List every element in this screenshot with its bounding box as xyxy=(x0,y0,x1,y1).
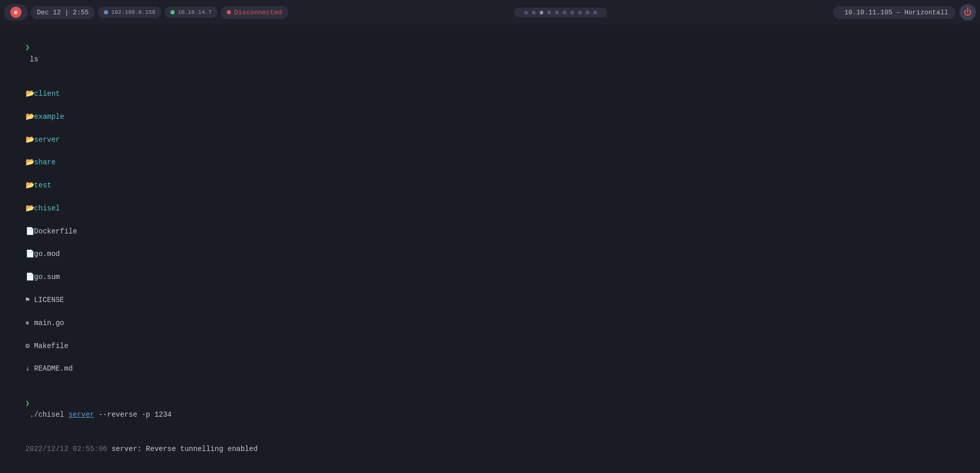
local-ip-label: 192.168.0.158 xyxy=(111,9,155,15)
prompt-symbol-2: ❯ xyxy=(26,399,30,407)
ls-command: ls xyxy=(26,55,38,63)
folder-icon-example: 📂 xyxy=(26,113,34,121)
folder-icon-server: 📂 xyxy=(26,136,34,144)
folder-server: server xyxy=(34,136,60,144)
folder-client: client xyxy=(34,90,60,98)
folder-test: test xyxy=(34,181,52,189)
file-icon-readme: ⇣ xyxy=(26,364,30,373)
folder-icon-test: 📂 xyxy=(26,181,34,189)
ws-dot-5[interactable] xyxy=(555,11,559,14)
prompt-symbol-1: ❯ xyxy=(26,44,30,52)
folder-example: example xyxy=(34,113,65,121)
file-icon-dockerfile: 📄 xyxy=(26,227,34,235)
log-time-1: 2022/12/12 02:55:06 xyxy=(26,445,112,453)
datetime-label: Dec 12 | 2:55 xyxy=(37,9,89,16)
disconnected-pill[interactable]: Disconnected xyxy=(221,6,288,19)
datetime-pill: Dec 12 | 2:55 xyxy=(31,6,95,19)
ws-dot-4[interactable] xyxy=(547,11,551,14)
session-pill: 10.10.11.105 – Horizontall xyxy=(833,6,955,19)
vpn-ip-label: 10.10.14.7 xyxy=(178,9,211,15)
vpn-ip-icon xyxy=(171,10,175,14)
file-gomod: go.mod xyxy=(34,250,60,258)
file-dockerfile: Dockerfile xyxy=(34,227,77,235)
chisel-cmd-args: --reverse -p 1234 xyxy=(94,411,172,419)
folder-icon-chisel: 📂 xyxy=(26,204,34,212)
ws-dot-1[interactable] xyxy=(524,11,528,14)
local-ip-icon xyxy=(104,10,108,14)
ws-dot-9[interactable] xyxy=(586,11,589,14)
ws-dot-10[interactable] xyxy=(593,11,597,14)
app-logo: e xyxy=(10,7,22,18)
topbar-center xyxy=(291,8,830,17)
folder-icon-share: 📂 xyxy=(26,158,34,166)
chisel-cmd-server: server xyxy=(69,411,94,419)
topbar: e Dec 12 | 2:55 192.168.0.158 10.10.14.7… xyxy=(0,0,980,25)
terminal-line-chisel-cmd: ❯ ./chisel server --reverse -p 1234 xyxy=(8,386,972,432)
power-icon: ⏻ xyxy=(964,8,972,17)
chisel-cmd-prefix: ./chisel xyxy=(26,411,69,419)
log-msg-1: server: Reverse tunnelling enabled xyxy=(112,445,258,453)
file-icon-license: ⚑ xyxy=(26,296,30,304)
file-readme: README.md xyxy=(30,364,73,373)
file-icon-makefile: ⚙ xyxy=(26,342,30,350)
terminal: ❯ ls 📂client 📂example 📂server 📂share 📂te… xyxy=(0,25,980,473)
ws-dot-3[interactable] xyxy=(540,11,543,14)
vpn-ip-pill: 10.10.14.7 xyxy=(164,7,218,18)
file-icon-maingo: ⎈ xyxy=(26,319,30,327)
local-ip-pill: 192.168.0.158 xyxy=(98,7,161,18)
ws-dot-2[interactable] xyxy=(532,11,536,14)
disconnected-label: Disconnected xyxy=(234,9,282,16)
workspace-dots xyxy=(514,8,607,17)
session-label: 10.10.11.105 – Horizontall xyxy=(844,9,948,16)
ws-dot-6[interactable] xyxy=(563,11,566,14)
file-gosum: go.sum xyxy=(34,273,60,281)
terminal-line-ls: ❯ ls xyxy=(8,31,972,77)
logo-pill: e xyxy=(4,4,28,20)
ws-dot-8[interactable] xyxy=(578,11,582,14)
folder-share: share xyxy=(34,158,56,166)
disconnected-icon xyxy=(227,10,231,14)
ws-dot-7[interactable] xyxy=(570,11,574,14)
folder-icon-client: 📂 xyxy=(26,90,34,98)
topbar-right: 10.10.11.105 – Horizontall ⏻ xyxy=(833,4,976,20)
terminal-line-ls-output: 📂client 📂example 📂server 📂share 📂test 📂c… xyxy=(8,77,972,386)
file-icon-gomod: 📄 xyxy=(26,250,34,258)
file-maingo: main.go xyxy=(30,319,64,327)
file-makefile: Makefile xyxy=(30,342,69,350)
folder-chisel: chisel xyxy=(34,204,60,212)
file-license: LICENSE xyxy=(30,296,64,304)
terminal-log-2: 2022/12/12 02:55:06 server: Fingerprint … xyxy=(8,466,972,473)
terminal-log-1: 2022/12/12 02:55:06 server: Reverse tunn… xyxy=(8,432,972,466)
power-button[interactable]: ⏻ xyxy=(960,4,976,20)
file-icon-gosum: 📄 xyxy=(26,273,34,281)
